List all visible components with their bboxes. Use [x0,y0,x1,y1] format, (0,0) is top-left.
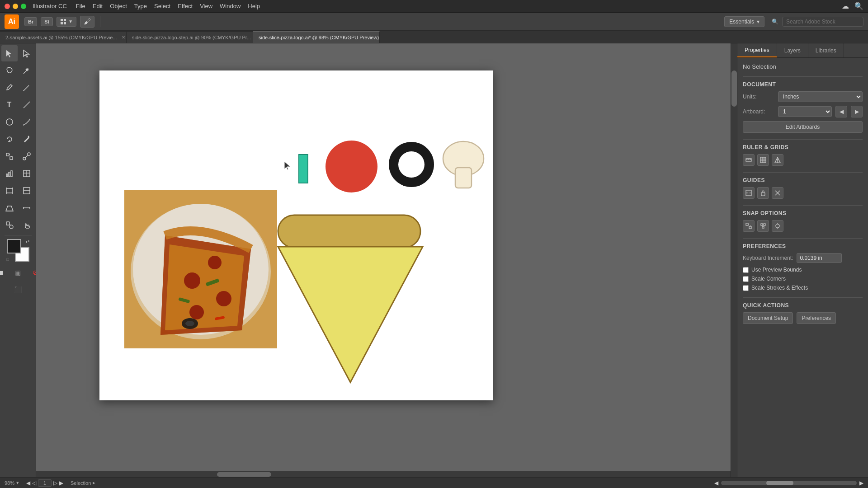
menu-effect[interactable]: Effect [178,3,193,9]
show-ruler-icon[interactable] [743,154,755,166]
creative-cloud-icon[interactable]: ☁ [842,2,849,10]
canvas-area[interactable] [36,43,737,477]
layers-tab[interactable]: Layers [777,43,808,57]
brush-tool-btn[interactable]: 🖌 [80,16,94,28]
paintbrush-tool[interactable] [19,114,35,130]
rotate-tool[interactable] [1,131,18,147]
edit-artboards-button[interactable]: Edit Artboards [743,121,863,133]
prev-artboard-button[interactable]: ◀ [835,106,847,117]
pen-tool[interactable] [1,80,18,96]
type-tool[interactable]: T [1,97,18,113]
show-guides-icon[interactable] [743,187,755,199]
magic-wand-tool[interactable] [19,62,35,79]
selection-tool[interactable] [1,45,18,61]
guides-icons [743,187,863,199]
next-artboard-status-btn[interactable]: ▶ [59,480,63,486]
search-stock-input[interactable] [782,17,863,27]
page-number-input[interactable] [38,479,52,487]
tool-expand-icon[interactable]: ▸ [93,480,95,486]
menu-file[interactable]: File [76,3,85,9]
default-colors-icon[interactable]: □ [7,257,9,262]
scroll-right-icon[interactable]: ▶ [859,480,863,486]
horizontal-scroll-thumb[interactable] [766,481,793,485]
graph-tool[interactable] [1,165,18,182]
no-fill[interactable]: ⊘ [27,264,37,281]
black-ring-shape[interactable] [389,142,434,187]
stock-button[interactable]: St [41,17,53,26]
scale-corners-checkbox[interactable] [743,276,749,282]
use-preview-bounds-checkbox[interactable] [743,267,749,273]
eyedropper-tool[interactable] [19,131,35,147]
snap-to-grid-icon[interactable] [743,220,755,232]
search-button[interactable]: 🔍 [854,2,863,10]
horizontal-scroll-track[interactable] [721,481,857,485]
foreground-color[interactable] [7,239,21,253]
horizontal-scrollbar[interactable] [36,471,731,477]
menu-help[interactable]: Help [248,3,260,9]
clear-guides-icon[interactable] [772,187,783,199]
menu-edit[interactable]: Edit [93,3,103,9]
properties-tab[interactable]: Properties [737,43,777,57]
chart-tool[interactable] [19,165,35,182]
hand-tool[interactable] [19,217,35,233]
tab-3[interactable]: side-slice-pizza-logo.ai* @ 98% (CMYK/GP… [253,31,380,43]
preferences-action-button[interactable]: Preferences [797,312,836,324]
scroll-left-icon[interactable]: ◀ [714,480,718,486]
vertical-scrollbar[interactable] [731,43,737,477]
artboard-select[interactable]: 1 [778,106,832,117]
measure-tool[interactable] [19,200,35,216]
pizza-logo[interactable] [264,206,436,396]
graph-tool-group [1,165,35,182]
scale-strokes-checkbox[interactable] [743,285,749,291]
line-tool[interactable] [19,97,35,113]
minimize-button[interactable] [13,4,18,9]
zoom-control[interactable]: 98% ▾ [5,480,19,486]
menu-window[interactable]: Window [220,3,241,9]
essentials-button[interactable]: Essentials ▾ [724,16,764,27]
next-artboard-button[interactable]: ▶ [851,106,863,117]
snap-to-point-icon[interactable] [772,220,783,232]
tab-1[interactable]: 2-sample-assets.ai @ 155% (CMYK/GPU Prev… [0,31,127,43]
prev-step-btn[interactable]: ◁ [32,480,36,486]
color-fill[interactable]: ◼ [0,264,9,281]
shape-builder-tool[interactable] [1,217,18,233]
libraries-tab[interactable]: Libraries [808,43,844,57]
units-select[interactable]: Inches Pixels Millimeters [778,91,863,102]
tab-1-close[interactable]: ✕ [122,35,125,40]
lock-guides-icon[interactable] [757,187,769,199]
blend-tool[interactable] [19,148,35,164]
change-screen-mode[interactable]: ⬛ [10,282,26,298]
artboard-tool[interactable] [1,183,18,199]
snap-to-pixel-icon[interactable] [757,220,769,232]
maximize-button[interactable] [21,4,26,9]
direct-selection-tool[interactable] [19,45,35,61]
slice-tool[interactable] [19,183,35,199]
menu-select[interactable]: Select [154,3,170,9]
color-selector[interactable]: ⇄ □ [7,239,29,262]
show-grid-icon[interactable] [757,154,769,166]
search-stock-icon[interactable]: 🔍 [772,19,778,25]
pencil-tool[interactable] [19,80,35,96]
menu-type[interactable]: Type [134,3,147,9]
keyboard-increment-input[interactable] [797,253,842,263]
ellipse-tool[interactable] [1,114,18,130]
mushroom-shape[interactable] [441,136,486,192]
lasso-tool[interactable] [1,62,18,79]
workspaces-button[interactable]: ▼ [57,17,76,27]
teal-rectangle[interactable] [298,154,308,183]
gradient-fill[interactable]: ▣ [10,264,26,281]
bridge-button[interactable]: Br [24,17,37,26]
document-setup-button[interactable]: Document Setup [743,312,793,324]
perspective-tool[interactable] [1,200,18,216]
zoom-dropdown-icon[interactable]: ▾ [16,480,19,486]
next-step-btn[interactable]: ▷ [53,480,57,486]
menu-view[interactable]: View [200,3,212,9]
tab-2[interactable]: side-slice-pizza-logo-step.ai @ 90% (CMY… [127,31,253,43]
menu-object[interactable]: Object [110,3,127,9]
swap-colors-icon[interactable]: ⇄ [26,239,29,244]
scale-tool[interactable] [1,148,18,164]
prev-artboard-status-btn[interactable]: ◀ [26,480,30,486]
show-perspective-grid-icon[interactable] [772,154,783,166]
red-circle-shape[interactable] [326,141,377,192]
close-button[interactable] [5,4,10,9]
